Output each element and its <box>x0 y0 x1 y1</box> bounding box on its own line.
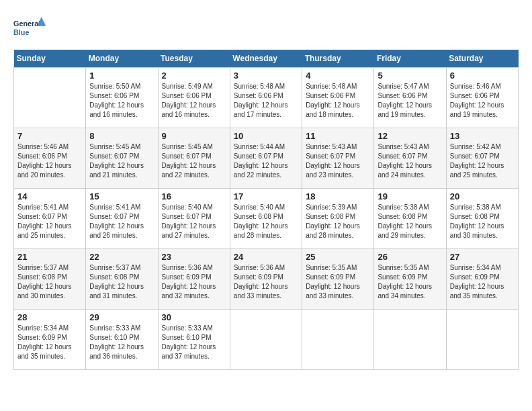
day-number: 22 <box>89 252 154 262</box>
weekday-header-tuesday: Tuesday <box>158 50 230 68</box>
day-info: Sunrise: 5:46 AMSunset: 6:06 PMDaylight:… <box>17 142 82 180</box>
day-number: 15 <box>89 191 154 201</box>
day-number: 1 <box>89 71 154 81</box>
day-cell: 5Sunrise: 5:47 AMSunset: 6:06 PMDaylight… <box>374 68 446 128</box>
day-info: Sunrise: 5:42 AMSunset: 6:07 PMDaylight:… <box>450 142 515 180</box>
day-number: 2 <box>162 71 226 81</box>
svg-text:Blue: Blue <box>13 28 29 36</box>
day-number: 4 <box>306 71 370 81</box>
day-cell: 16Sunrise: 5:40 AMSunset: 6:07 PMDayligh… <box>158 189 230 249</box>
day-cell: 22Sunrise: 5:37 AMSunset: 6:08 PMDayligh… <box>86 249 158 310</box>
day-number: 27 <box>450 252 515 262</box>
day-number: 25 <box>306 252 370 262</box>
day-info: Sunrise: 5:39 AMSunset: 6:08 PMDaylight:… <box>306 203 370 240</box>
day-info: Sunrise: 5:48 AMSunset: 6:06 PMDaylight:… <box>234 82 298 120</box>
day-info: Sunrise: 5:41 AMSunset: 6:07 PMDaylight:… <box>89 203 154 240</box>
day-cell: 1Sunrise: 5:50 AMSunset: 6:06 PMDaylight… <box>86 68 158 128</box>
day-info: Sunrise: 5:43 AMSunset: 6:07 PMDaylight:… <box>306 142 370 180</box>
day-info: Sunrise: 5:45 AMSunset: 6:07 PMDaylight:… <box>89 142 154 180</box>
day-cell: 18Sunrise: 5:39 AMSunset: 6:08 PMDayligh… <box>302 189 374 249</box>
day-cell: 8Sunrise: 5:45 AMSunset: 6:07 PMDaylight… <box>86 128 158 189</box>
week-row-3: 14Sunrise: 5:41 AMSunset: 6:07 PMDayligh… <box>14 189 519 249</box>
day-info: Sunrise: 5:46 AMSunset: 6:06 PMDaylight:… <box>450 82 515 120</box>
week-row-2: 7Sunrise: 5:46 AMSunset: 6:06 PMDaylight… <box>14 128 519 189</box>
day-number: 10 <box>234 131 298 141</box>
day-info: Sunrise: 5:36 AMSunset: 6:09 PMDaylight:… <box>234 263 298 301</box>
week-row-1: 1Sunrise: 5:50 AMSunset: 6:06 PMDaylight… <box>14 68 519 128</box>
day-number: 26 <box>378 252 442 262</box>
day-number: 21 <box>17 252 82 262</box>
day-cell: 24Sunrise: 5:36 AMSunset: 6:09 PMDayligh… <box>230 249 302 310</box>
day-info: Sunrise: 5:36 AMSunset: 6:09 PMDaylight:… <box>162 263 226 301</box>
day-number: 12 <box>378 131 442 141</box>
day-cell: 7Sunrise: 5:46 AMSunset: 6:06 PMDaylight… <box>14 128 86 189</box>
day-info: Sunrise: 5:34 AMSunset: 6:09 PMDaylight:… <box>17 324 82 361</box>
day-cell <box>446 310 518 370</box>
day-cell: 14Sunrise: 5:41 AMSunset: 6:07 PMDayligh… <box>14 189 86 249</box>
day-number: 5 <box>378 71 442 81</box>
day-cell: 12Sunrise: 5:43 AMSunset: 6:07 PMDayligh… <box>374 128 446 189</box>
day-cell: 11Sunrise: 5:43 AMSunset: 6:07 PMDayligh… <box>302 128 374 189</box>
day-number: 9 <box>162 131 226 141</box>
day-info: Sunrise: 5:35 AMSunset: 6:09 PMDaylight:… <box>306 263 370 301</box>
weekday-header-monday: Monday <box>86 50 158 68</box>
day-cell: 19Sunrise: 5:38 AMSunset: 6:08 PMDayligh… <box>374 189 446 249</box>
day-number: 24 <box>234 252 298 262</box>
day-cell: 28Sunrise: 5:34 AMSunset: 6:09 PMDayligh… <box>14 310 86 370</box>
day-info: Sunrise: 5:48 AMSunset: 6:06 PMDaylight:… <box>306 82 370 120</box>
page-header: General Blue <box>13 13 519 43</box>
day-info: Sunrise: 5:47 AMSunset: 6:06 PMDaylight:… <box>378 82 442 120</box>
day-cell: 4Sunrise: 5:48 AMSunset: 6:06 PMDaylight… <box>302 68 374 128</box>
day-info: Sunrise: 5:33 AMSunset: 6:10 PMDaylight:… <box>162 324 226 361</box>
day-info: Sunrise: 5:49 AMSunset: 6:06 PMDaylight:… <box>162 82 226 120</box>
day-info: Sunrise: 5:40 AMSunset: 6:07 PMDaylight:… <box>162 203 226 240</box>
day-cell: 3Sunrise: 5:48 AMSunset: 6:06 PMDaylight… <box>230 68 302 128</box>
day-cell: 23Sunrise: 5:36 AMSunset: 6:09 PMDayligh… <box>158 249 230 310</box>
day-cell: 25Sunrise: 5:35 AMSunset: 6:09 PMDayligh… <box>302 249 374 310</box>
day-info: Sunrise: 5:34 AMSunset: 6:09 PMDaylight:… <box>450 263 515 301</box>
weekday-header-sunday: Sunday <box>14 50 86 68</box>
day-cell: 17Sunrise: 5:40 AMSunset: 6:08 PMDayligh… <box>230 189 302 249</box>
logo: General Blue <box>13 13 47 43</box>
day-info: Sunrise: 5:37 AMSunset: 6:08 PMDaylight:… <box>89 263 154 301</box>
day-number: 16 <box>162 191 226 201</box>
day-number: 23 <box>162 252 226 262</box>
day-number: 20 <box>450 191 515 201</box>
day-info: Sunrise: 5:35 AMSunset: 6:09 PMDaylight:… <box>378 263 442 301</box>
day-info: Sunrise: 5:33 AMSunset: 6:10 PMDaylight:… <box>89 324 154 361</box>
day-info: Sunrise: 5:50 AMSunset: 6:06 PMDaylight:… <box>89 82 154 120</box>
day-cell: 13Sunrise: 5:42 AMSunset: 6:07 PMDayligh… <box>446 128 518 189</box>
day-number: 29 <box>89 312 154 322</box>
day-number: 13 <box>450 131 515 141</box>
day-cell: 10Sunrise: 5:44 AMSunset: 6:07 PMDayligh… <box>230 128 302 189</box>
day-cell: 6Sunrise: 5:46 AMSunset: 6:06 PMDaylight… <box>446 68 518 128</box>
day-info: Sunrise: 5:45 AMSunset: 6:07 PMDaylight:… <box>162 142 226 180</box>
week-row-5: 28Sunrise: 5:34 AMSunset: 6:09 PMDayligh… <box>14 310 519 370</box>
logo-svg: General Blue <box>13 13 47 43</box>
weekday-header-row: SundayMondayTuesdayWednesdayThursdayFrid… <box>14 50 519 68</box>
day-number: 7 <box>17 131 82 141</box>
day-cell <box>230 310 302 370</box>
svg-text:General: General <box>13 19 40 28</box>
day-number: 3 <box>234 71 298 81</box>
day-info: Sunrise: 5:37 AMSunset: 6:08 PMDaylight:… <box>17 263 82 301</box>
day-number: 14 <box>17 191 82 201</box>
day-info: Sunrise: 5:43 AMSunset: 6:07 PMDaylight:… <box>378 142 442 180</box>
day-number: 30 <box>162 312 226 322</box>
day-cell: 21Sunrise: 5:37 AMSunset: 6:08 PMDayligh… <box>14 249 86 310</box>
day-cell: 27Sunrise: 5:34 AMSunset: 6:09 PMDayligh… <box>446 249 518 310</box>
weekday-header-thursday: Thursday <box>302 50 374 68</box>
day-cell: 2Sunrise: 5:49 AMSunset: 6:06 PMDaylight… <box>158 68 230 128</box>
day-cell: 30Sunrise: 5:33 AMSunset: 6:10 PMDayligh… <box>158 310 230 370</box>
day-cell: 29Sunrise: 5:33 AMSunset: 6:10 PMDayligh… <box>86 310 158 370</box>
day-cell <box>14 68 86 128</box>
weekday-header-saturday: Saturday <box>446 50 518 68</box>
day-number: 11 <box>306 131 370 141</box>
day-info: Sunrise: 5:44 AMSunset: 6:07 PMDaylight:… <box>234 142 298 180</box>
day-cell: 9Sunrise: 5:45 AMSunset: 6:07 PMDaylight… <box>158 128 230 189</box>
day-info: Sunrise: 5:38 AMSunset: 6:08 PMDaylight:… <box>378 203 442 240</box>
day-number: 6 <box>450 71 515 81</box>
day-number: 17 <box>234 191 298 201</box>
calendar-table: SundayMondayTuesdayWednesdayThursdayFrid… <box>13 50 519 370</box>
day-number: 19 <box>378 191 442 201</box>
